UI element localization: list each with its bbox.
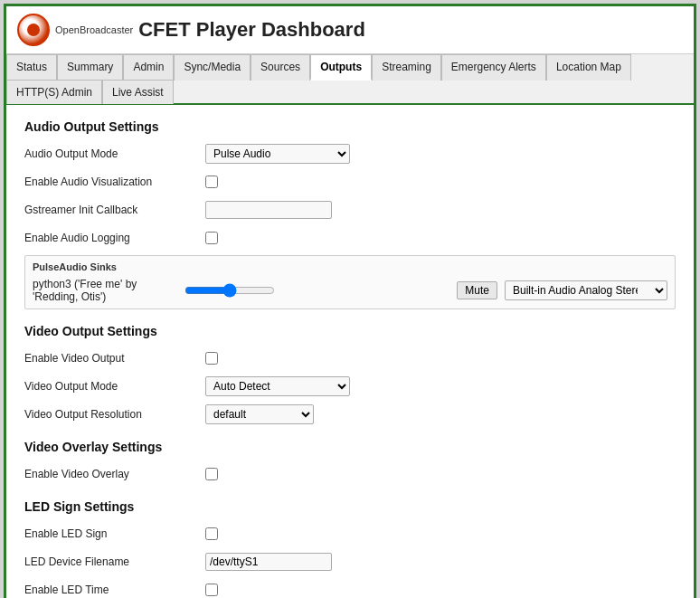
logo-icon <box>17 14 50 46</box>
tab-sources[interactable]: Sources <box>251 54 310 81</box>
overlay-enable-control <box>205 468 676 480</box>
sink-name: python3 ('Free me' by 'Redding, Otis') <box>33 278 177 303</box>
video-enable-control <box>205 352 676 365</box>
sink-volume-slider[interactable] <box>184 283 275 298</box>
overlay-enable-label: Enable Video Overlay <box>24 468 205 480</box>
gstreamer-control <box>205 201 676 219</box>
led-device-label: LED Device Filename <box>24 555 205 568</box>
logo-text: OpenBroadcaster <box>55 24 133 35</box>
pulseaudio-sinks-box: PulseAudio Sinks python3 ('Free me' by '… <box>24 255 676 309</box>
tab-streaming[interactable]: Streaming <box>372 54 441 81</box>
video-mode-row: Video Output Mode Auto Detect HDMI VGA N… <box>24 375 676 397</box>
video-enable-checkbox[interactable] <box>205 352 218 365</box>
sinks-title: PulseAudio Sinks <box>33 261 667 272</box>
overlay-enable-row: Enable Video Overlay <box>24 463 676 485</box>
audio-mode-row: Audio Output Mode Pulse Audio ALSA OSS N… <box>24 143 676 165</box>
video-enable-row: Enable Video Output <box>24 347 676 369</box>
led-time-control <box>205 584 676 596</box>
video-enable-label: Enable Video Output <box>24 352 205 365</box>
audio-mode-control: Pulse Audio ALSA OSS None <box>205 144 676 164</box>
audio-logging-control <box>205 232 676 244</box>
led-time-label: Enable LED Time <box>24 584 205 596</box>
audio-section-title: Audio Output Settings <box>24 119 676 134</box>
led-enable-control <box>205 527 676 540</box>
led-enable-checkbox[interactable] <box>205 527 218 540</box>
tab-admin[interactable]: Admin <box>123 54 174 81</box>
led-device-control <box>205 553 676 571</box>
content-area: Audio Output Settings Audio Output Mode … <box>6 105 694 598</box>
audio-viz-control <box>205 176 676 188</box>
video-section-title: Video Output Settings <box>24 324 676 338</box>
nav-tabs: Status Summary Admin Sync/Media Sources … <box>6 54 694 105</box>
audio-viz-label: Enable Audio Visualization <box>24 176 205 188</box>
gstreamer-row: Gstreamer Init Callback <box>24 199 676 221</box>
tab-summary[interactable]: Summary <box>57 54 123 81</box>
overlay-enable-checkbox[interactable] <box>205 468 218 480</box>
video-resolution-row: Video Output Resolution default 1920x108… <box>24 403 676 425</box>
audio-logging-label: Enable Audio Logging <box>24 232 205 244</box>
video-mode-label: Video Output Mode <box>24 380 205 393</box>
led-device-row: LED Device Filename <box>24 551 676 573</box>
audio-mode-label: Audio Output Mode <box>24 147 205 160</box>
tab-locationmap[interactable]: Location Map <box>546 54 631 81</box>
audio-viz-row: Enable Audio Visualization <box>24 171 676 193</box>
audio-mode-select[interactable]: Pulse Audio ALSA OSS None <box>205 144 350 164</box>
gstreamer-input[interactable] <box>205 201 332 219</box>
led-time-row: Enable LED Time <box>24 579 676 598</box>
led-enable-row: Enable LED Sign <box>24 523 676 545</box>
overlay-section-title: Video Overlay Settings <box>24 440 676 454</box>
led-section-title: LED Sign Settings <box>24 499 676 514</box>
audio-viz-checkbox[interactable] <box>205 176 218 188</box>
sink-volume-slider-container <box>184 283 449 298</box>
led-enable-label: Enable LED Sign <box>24 527 205 540</box>
video-resolution-control: default 1920x1080 1280x720 800x600 <box>205 404 676 424</box>
audio-logging-row: Enable Audio Logging <box>24 227 676 249</box>
video-mode-select[interactable]: Auto Detect HDMI VGA None <box>205 376 350 396</box>
tab-httpsadmin[interactable]: HTTP(S) Admin <box>6 80 102 104</box>
audio-logging-checkbox[interactable] <box>205 232 218 244</box>
tab-status[interactable]: Status <box>6 54 57 81</box>
tab-outputs[interactable]: Outputs <box>310 54 372 81</box>
page-title: CFET Player Dashboard <box>138 18 365 42</box>
sink-row: python3 ('Free me' by 'Redding, Otis') M… <box>33 278 667 303</box>
tab-liveassist[interactable]: Live Assist <box>102 80 174 104</box>
header: OpenBroadcaster CFET Player Dashboard <box>6 6 694 54</box>
mute-button[interactable]: Mute <box>457 281 497 299</box>
video-resolution-select[interactable]: default 1920x1080 1280x720 800x600 <box>205 404 314 424</box>
tab-emergency[interactable]: Emergency Alerts <box>441 54 546 81</box>
led-time-checkbox[interactable] <box>205 584 218 596</box>
video-resolution-label: Video Output Resolution <box>24 408 205 421</box>
led-device-input[interactable] <box>205 553 332 571</box>
tab-syncmedia[interactable]: Sync/Media <box>174 54 251 81</box>
gstreamer-label: Gstreamer Init Callback <box>24 204 205 216</box>
sink-device-select[interactable]: Built-in Audio Analog Stereo Default <box>505 280 667 300</box>
video-mode-control: Auto Detect HDMI VGA None <box>205 376 676 396</box>
